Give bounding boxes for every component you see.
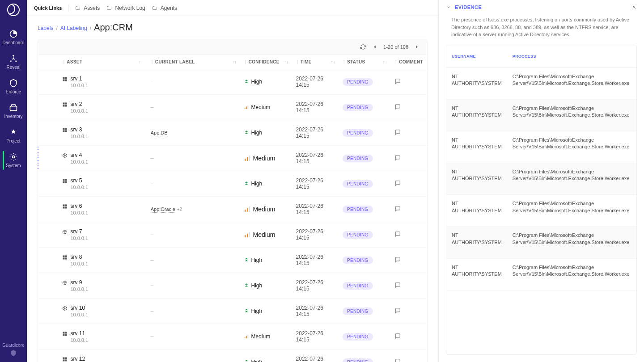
evidence-description: The presence of lsass.exe processes, lis…: [439, 14, 644, 45]
pager-next-icon[interactable]: [414, 44, 420, 50]
time-hour: 14:15: [296, 337, 335, 343]
asset-ip: 10.0.0.1: [70, 286, 143, 292]
time-date: 2022-07-26: [296, 279, 335, 286]
table-row[interactable]: srv 210.0.0.1–Medium2022-07-2614:15PENDI…: [38, 95, 427, 120]
sidebar-item-dashboard[interactable]: Dashboard: [3, 25, 25, 50]
dashboard-icon: [9, 29, 18, 38]
evidence-user: NT AUTHORITY\SYSTEM: [446, 227, 507, 258]
time-date: 2022-07-26: [296, 356, 335, 362]
svg-rect-26: [63, 181, 65, 183]
svg-rect-42: [63, 332, 65, 333]
evidence-service: Microsoft Exchange Replication: [635, 67, 637, 99]
comment-icon[interactable]: [394, 307, 401, 314]
windows-icon: [62, 102, 68, 107]
comment-icon[interactable]: [394, 78, 401, 84]
os-icon: [62, 280, 68, 286]
column-header[interactable]: | STATUS ↑↓: [339, 55, 391, 69]
table-row[interactable]: srv 410.0.0.1–Medium2022-07-2614:15PENDI…: [38, 146, 427, 171]
svg-rect-36: [246, 234, 247, 237]
svg-rect-17: [63, 128, 65, 130]
status-badge: PENDING: [343, 231, 373, 239]
svg-rect-20: [65, 130, 67, 132]
comment-icon[interactable]: [394, 180, 401, 186]
column-header[interactable]: | COMMENT: [391, 55, 427, 69]
status-badge: PENDING: [343, 206, 373, 213]
comment-icon[interactable]: [394, 358, 401, 362]
refresh-icon[interactable]: [360, 44, 366, 50]
sidebar-item-project[interactable]: Project: [3, 123, 25, 148]
comment-icon[interactable]: [394, 257, 401, 263]
column-header[interactable]: | TIME ↑↓: [292, 55, 339, 69]
svg-rect-32: [245, 210, 246, 212]
breadcrumb-link[interactable]: Labels: [38, 25, 53, 31]
quick-link-assets[interactable]: Assets: [75, 5, 100, 11]
sidebar-item-inventory[interactable]: Inventory: [3, 99, 25, 123]
pager-prev-icon[interactable]: [372, 44, 378, 50]
breadcrumb-link[interactable]: AI Labeling: [60, 25, 87, 31]
collapse-icon[interactable]: [446, 4, 451, 10]
comment-icon[interactable]: [394, 129, 401, 135]
table-row[interactable]: srv 110.0.0.1–High2022-07-2614:15PENDING: [38, 69, 427, 95]
comment-icon[interactable]: [394, 206, 401, 212]
table-row[interactable]: srv 1210.0.0.1–High2022-07-2614:15PENDIN…: [38, 349, 427, 362]
quick-link-network-log[interactable]: Network Log: [106, 5, 145, 11]
os-icon: [62, 153, 68, 158]
page-header: Labels / AI Labeling / App:CRM: [27, 16, 438, 39]
time-date: 2022-07-26: [296, 305, 335, 311]
comment-icon[interactable]: [394, 333, 401, 339]
table-row[interactable]: srv 810.0.0.1–High2022-07-2614:15PENDING: [38, 248, 427, 273]
quick-link-agents[interactable]: Agents: [152, 5, 177, 11]
windows-icon: [62, 204, 68, 209]
sidebar-item-reveal[interactable]: Reveal: [3, 50, 25, 74]
column-header[interactable]: | CURRENT LABEL ↑↓: [147, 55, 241, 69]
sidebar-item-enforce[interactable]: Enforce: [3, 74, 25, 99]
confidence-value: High: [251, 181, 263, 187]
svg-rect-23: [249, 156, 250, 161]
svg-rect-41: [65, 257, 67, 259]
table-row[interactable]: srv 910.0.0.1–High2022-07-2614:15PENDING: [38, 273, 427, 299]
topbar: Quick Links AssetsNetwork LogAgents: [27, 0, 438, 16]
svg-rect-37: [249, 232, 250, 237]
windows-icon: [62, 178, 68, 184]
nav-label: Reveal: [6, 65, 20, 70]
asset-name: srv 6: [70, 203, 82, 209]
evidence-title: EVIDENCE: [455, 4, 628, 10]
sidebar-item-system[interactable]: System: [3, 148, 25, 173]
folder-icon: [152, 5, 158, 11]
label-chip[interactable]: App:DB: [151, 130, 168, 136]
windows-icon: [62, 127, 68, 133]
svg-rect-51: [63, 359, 65, 361]
table-row[interactable]: srv 1110.0.0.1–Medium2022-07-2614:15PEND…: [38, 324, 427, 349]
asset-ip: 10.0.0.1: [70, 261, 143, 266]
evidence-row: NT AUTHORITY\SYSTEMC:\Program Files\Micr…: [446, 99, 637, 131]
confidence-value: High: [251, 79, 263, 85]
evidence-process: C:\Program Files\Microsoft\Exchange Serv…: [507, 67, 635, 99]
evidence-process: C:\Program Files\Microsoft\Exchange Serv…: [507, 258, 635, 290]
logo-icon: [7, 4, 20, 16]
label-chip[interactable]: App:Oracle: [151, 206, 175, 213]
table-row[interactable]: srv 1010.0.0.1–High2022-07-2614:15PENDIN…: [38, 299, 427, 324]
comment-icon[interactable]: [394, 155, 401, 161]
svg-rect-11: [65, 102, 67, 104]
evidence-process: C:\Program Files\Microsoft\Exchange Serv…: [507, 99, 635, 131]
table-row[interactable]: srv 510.0.0.1–High2022-07-2614:15PENDING: [38, 171, 427, 197]
time-hour: 14:15: [296, 260, 335, 266]
column-header[interactable]: | ASSET ↑↓: [59, 55, 147, 69]
time-hour: 14:15: [296, 311, 335, 317]
brand: Guardicore: [2, 343, 24, 358]
table-row[interactable]: srv 310.0.0.1App:DBHigh2022-07-2614:15PE…: [38, 120, 427, 146]
nav-label: System: [6, 163, 21, 168]
table-row[interactable]: srv 610.0.0.1App:Oracle+2Medium2022-07-2…: [38, 197, 427, 222]
comment-icon[interactable]: [394, 282, 401, 288]
evidence-column: USERNAME: [446, 45, 507, 68]
close-icon[interactable]: [631, 4, 637, 10]
table-row[interactable]: srv 710.0.0.1–Medium2022-07-2614:15PENDI…: [38, 222, 427, 248]
confidence-value: High: [251, 130, 263, 136]
svg-rect-35: [245, 235, 246, 237]
comment-icon[interactable]: [394, 104, 401, 110]
comment-icon[interactable]: [394, 231, 401, 237]
evidence-user: NT AUTHORITY\SYSTEM: [446, 99, 507, 131]
status-badge: PENDING: [343, 358, 373, 362]
column-header[interactable]: | CONFIDENCE ↑↓: [241, 55, 292, 69]
evidence-column: WINDOWSSERVICE NAME: [635, 45, 637, 68]
